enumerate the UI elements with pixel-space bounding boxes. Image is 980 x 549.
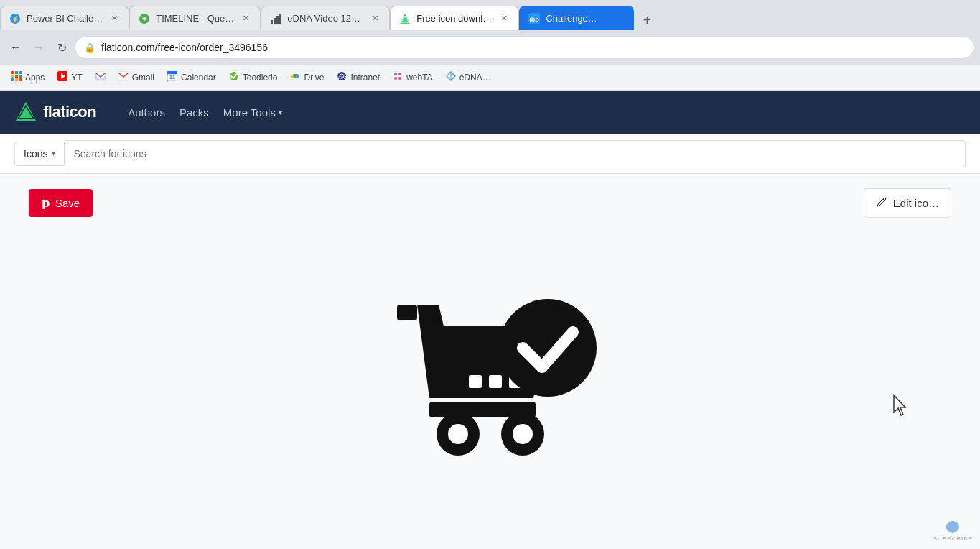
bookmark-intranet[interactable]: NOAA Intranet — [331, 68, 386, 86]
bookmark-yt-label: YT — [71, 73, 82, 83]
tab-ibb-title: Challenge… — [546, 13, 625, 24]
youtube-icon — [57, 71, 67, 83]
flaticon-logo[interactable]: flaticon — [14, 101, 96, 124]
intranet-icon: NOAA — [337, 71, 347, 83]
svg-text:11: 11 — [169, 75, 175, 80]
tab-powerbi[interactable]: ⚡ Power BI Challe… ✕ — [0, 6, 129, 30]
svg-point-45 — [513, 424, 533, 444]
tab-flaticon-icon — [399, 13, 411, 24]
nav-more-tools[interactable]: More Tools ▾ — [223, 103, 282, 121]
svg-point-44 — [448, 424, 468, 444]
tab-edna-icon — [270, 13, 281, 24]
bookmark-drive-label: Drive — [304, 73, 324, 83]
svg-rect-4 — [274, 18, 276, 24]
edit-button[interactable]: Edit ico… — [864, 188, 951, 218]
svg-point-34 — [394, 77, 397, 80]
bookmark-toodledo[interactable]: Toodledo — [223, 68, 284, 86]
tab-powerbi-icon: ⚡ — [9, 13, 21, 24]
tab-timeline-icon — [139, 13, 150, 24]
bookmark-yt[interactable]: YT — [52, 68, 88, 86]
tab-bar: ⚡ Power BI Challe… ✕ TIMELINE - Que… ✕ — [0, 0, 980, 30]
bookmark-calendar-label: Calendar — [181, 73, 216, 83]
tab-timeline[interactable]: TIMELINE - Que… ✕ — [129, 6, 261, 30]
webta-icon — [393, 71, 403, 83]
tab-timeline-title: TIMELINE - Que… — [156, 13, 234, 24]
gmail-icon-2 — [118, 71, 129, 83]
toodledo-icon — [229, 71, 239, 83]
svg-rect-3 — [271, 20, 273, 24]
bookmark-apps[interactable]: Apps — [6, 68, 50, 86]
svg-point-32 — [394, 73, 397, 75]
svg-rect-11 — [11, 71, 14, 74]
svg-rect-14 — [11, 75, 14, 78]
svg-rect-22 — [95, 71, 106, 81]
svg-rect-16 — [19, 75, 22, 78]
address-bar[interactable]: 🔒 flaticon.com/free-icon/order_3496156 — [75, 36, 974, 59]
icon-toolbar: 𝗽 Save Edit ico… — [14, 188, 966, 218]
search-input-wrap[interactable] — [65, 140, 966, 167]
svg-rect-19 — [19, 78, 22, 81]
bookmark-gmail[interactable]: Gmail — [113, 68, 160, 86]
save-button[interactable]: 𝗽 Save — [29, 189, 93, 217]
save-button-label: Save — [55, 197, 80, 209]
nav-authors[interactable]: Authors — [128, 103, 165, 121]
icon-display — [14, 232, 966, 535]
tab-edna-title: eDNA Video 12… — [287, 13, 363, 24]
new-tab-button[interactable]: + — [637, 10, 657, 30]
bookmark-edna-label: eDNA… — [459, 73, 491, 83]
bookmark-calendar[interactable]: 11 Calendar — [162, 68, 222, 86]
logo-text: flaticon — [43, 103, 96, 121]
calendar-icon: 11 — [167, 71, 177, 83]
tab-powerbi-close[interactable]: ✕ — [108, 13, 120, 24]
icons-dropdown-chevron: ▾ — [52, 149, 55, 157]
drive-icon — [290, 71, 300, 83]
url-text: flaticon.com/free-icon/order_3496156 — [101, 42, 268, 53]
tab-powerbi-title: Power BI Challe… — [27, 13, 103, 24]
svg-rect-5 — [276, 16, 279, 24]
bookmark-webta-label: webTA — [406, 73, 432, 83]
tab-edna-close[interactable]: ✕ — [369, 13, 381, 24]
reload-button[interactable]: ↻ — [52, 37, 72, 57]
tab-edna[interactable]: eDNA Video 12… ✕ — [261, 6, 390, 30]
bookmarks-bar: Apps YT Gmail 11 Calendar — [0, 65, 980, 91]
tab-ibb-icon: ibb — [528, 13, 540, 24]
bookmark-intranet-label: Intranet — [350, 73, 380, 83]
svg-rect-17 — [11, 78, 14, 81]
icons-dropdown[interactable]: Icons ▾ — [14, 142, 65, 166]
forward-button[interactable]: → — [29, 37, 49, 57]
svg-point-35 — [398, 77, 401, 80]
tab-flaticon-close[interactable]: ✕ — [498, 13, 510, 24]
bookmark-gmail-icon-only[interactable] — [90, 68, 111, 86]
bookmark-edna[interactable]: eDNA… — [440, 68, 497, 86]
pinterest-icon: 𝗽 — [42, 196, 50, 210]
back-button[interactable]: ← — [6, 37, 26, 57]
cart-icon-display — [375, 269, 605, 499]
tab-timeline-close[interactable]: ✕ — [240, 13, 251, 24]
flaticon-navbar: flaticon Authors Packs More Tools ▾ — [0, 91, 980, 134]
svg-rect-47 — [489, 375, 502, 388]
apps-icon — [11, 71, 22, 83]
svg-rect-40 — [397, 305, 417, 320]
search-input[interactable] — [73, 148, 956, 160]
search-area: Icons ▾ — [0, 134, 980, 174]
tab-ibb[interactable]: ibb Challenge… — [519, 6, 634, 30]
svg-rect-15 — [15, 75, 18, 78]
main-content: 𝗽 Save Edit ico… — [0, 174, 980, 549]
svg-rect-18 — [15, 78, 18, 81]
subscribe-watermark: SUBSCRIBE — [933, 520, 973, 542]
svg-rect-12 — [15, 71, 18, 74]
edit-icon — [876, 196, 887, 210]
svg-rect-6 — [279, 14, 281, 24]
svg-text:⚡: ⚡ — [11, 14, 20, 24]
svg-rect-46 — [469, 375, 482, 388]
bookmark-toodledo-label: Toodledo — [243, 73, 278, 83]
bookmark-drive[interactable]: Drive — [284, 68, 330, 86]
gmail-icon-1 — [95, 71, 106, 83]
site-content: flaticon Authors Packs More Tools ▾ Icon… — [0, 91, 980, 549]
nav-links: Authors Packs More Tools ▾ — [128, 103, 282, 121]
bookmark-webta[interactable]: webTA — [387, 68, 438, 86]
svg-text:NOAA: NOAA — [337, 75, 347, 80]
svg-line-39 — [883, 199, 885, 200]
nav-packs[interactable]: Packs — [179, 103, 209, 121]
tab-flaticon[interactable]: Free icon downl… ✕ — [390, 6, 519, 30]
